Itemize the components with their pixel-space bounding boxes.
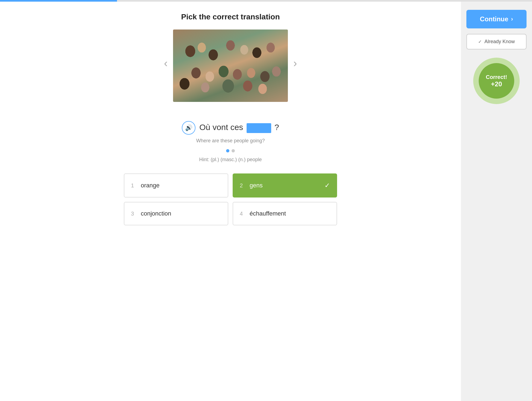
choice-1-number: 1 bbox=[131, 182, 136, 189]
pagination-dots bbox=[226, 149, 235, 152]
choice-1[interactable]: 1 orange bbox=[124, 173, 228, 197]
already-know-label: Already Know bbox=[484, 39, 515, 45]
already-know-button[interactable]: ✓ Already Know bbox=[466, 34, 527, 49]
speaker-icon: 🔊 bbox=[185, 124, 192, 131]
choice-3-label: conjonction bbox=[141, 210, 171, 217]
question-title: Pick the correct translation bbox=[181, 13, 280, 21]
choice-2-number: 2 bbox=[240, 182, 245, 189]
choice-1-label: orange bbox=[141, 182, 160, 189]
dot-1 bbox=[226, 149, 229, 152]
audio-button[interactable]: 🔊 bbox=[182, 121, 195, 135]
dot-2 bbox=[232, 149, 235, 152]
correct-circle-inner: Correct! +20 bbox=[479, 63, 514, 99]
choice-4-label: échauffement bbox=[250, 210, 286, 217]
next-arrow[interactable]: › bbox=[288, 55, 302, 71]
sentence-french: Où vont ces bbox=[199, 123, 243, 132]
choice-2[interactable]: 2 gens ✓ bbox=[233, 173, 337, 197]
correct-checkmark: ✓ bbox=[325, 182, 330, 189]
hint-text: Hint: (pl.) (masc.) (n.) people bbox=[199, 157, 262, 163]
sidebar: Continue › ✓ Already Know Correct! +20 bbox=[461, 2, 532, 401]
choice-4-number: 4 bbox=[240, 211, 245, 217]
question-mark: ? bbox=[274, 123, 279, 132]
continue-button[interactable]: Continue › bbox=[466, 10, 527, 28]
sentence-text: Où vont ces ? bbox=[199, 123, 279, 133]
blank-word bbox=[247, 123, 271, 133]
crowd-image bbox=[173, 30, 288, 102]
main-layout: Pick the correct translation ‹ › 🔊 Où vo… bbox=[0, 0, 532, 401]
translation-text: Where are these people going? bbox=[196, 138, 265, 144]
correct-points: +20 bbox=[491, 80, 502, 88]
choice-2-label: gens bbox=[250, 182, 263, 189]
choice-4[interactable]: 4 échauffement bbox=[233, 202, 337, 225]
choice-3[interactable]: 3 conjonction bbox=[124, 202, 228, 225]
correct-label: Correct! bbox=[486, 74, 507, 80]
continue-chevron-icon: › bbox=[511, 16, 513, 23]
previous-arrow[interactable]: ‹ bbox=[159, 55, 173, 71]
choice-3-number: 3 bbox=[131, 211, 136, 217]
sentence-area: 🔊 Où vont ces ? bbox=[182, 121, 279, 135]
main-content: Pick the correct translation ‹ › 🔊 Où vo… bbox=[0, 2, 461, 401]
already-know-check-icon: ✓ bbox=[478, 39, 482, 44]
correct-circle-outer: Correct! +20 bbox=[473, 58, 520, 104]
crowd-photo bbox=[173, 30, 288, 102]
choices-grid: 1 orange 2 gens ✓ 3 conjonction 4 échauf… bbox=[124, 173, 337, 225]
continue-label: Continue bbox=[480, 15, 508, 23]
